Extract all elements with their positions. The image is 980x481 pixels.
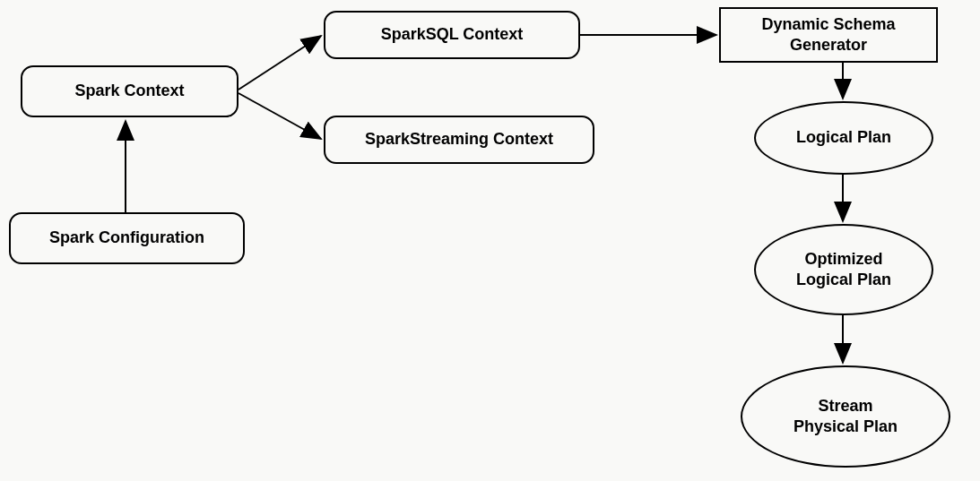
spark-context-label: Spark Context [74, 81, 184, 101]
dynamic-schema-generator-label: Dynamic Schema Generator [761, 14, 895, 56]
optimized-logical-plan-label: Optimized Logical Plan [796, 249, 891, 291]
logical-plan-node: Logical Plan [754, 101, 933, 175]
spark-context-node: Spark Context [21, 65, 238, 117]
spark-configuration-label: Spark Configuration [49, 228, 204, 248]
logical-plan-label: Logical Plan [796, 127, 891, 148]
sparkstreaming-context-label: SparkStreaming Context [365, 129, 553, 150]
sparksql-context-label: SparkSQL Context [381, 24, 524, 45]
svg-line-3 [238, 93, 321, 139]
optimized-logical-plan-node: Optimized Logical Plan [754, 224, 933, 315]
sparkstreaming-context-node: SparkStreaming Context [324, 116, 594, 164]
dynamic-schema-generator-node: Dynamic Schema Generator [719, 7, 938, 63]
spark-configuration-node: Spark Configuration [9, 212, 245, 264]
sparksql-context-node: SparkSQL Context [324, 11, 580, 59]
svg-line-2 [238, 36, 321, 90]
stream-physical-plan-node: Stream Physical Plan [741, 365, 950, 468]
stream-physical-plan-label: Stream Physical Plan [794, 396, 898, 438]
